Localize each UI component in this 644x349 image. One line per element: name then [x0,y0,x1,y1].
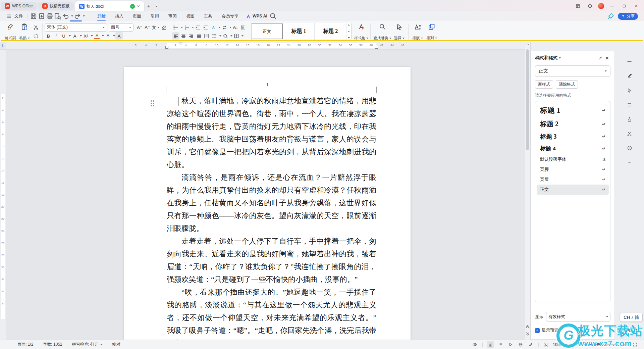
gallery-down-icon[interactable] [348,31,350,32]
superscript-button[interactable]: X² [82,32,90,40]
clear-format-button[interactable]: 清除格式 [556,80,578,89]
wps-ai-button[interactable]: WPS AI [246,14,267,19]
style-gallery-item[interactable]: 标题 2 [315,23,346,40]
bullet-dropdown[interactable] [181,27,183,28]
line-spacing-dropdown[interactable] [219,35,221,37]
tab-list-button[interactable] [152,3,160,10]
ribbon-tab[interactable]: 页面 [128,11,146,21]
decrease-indent-icon[interactable] [194,24,202,31]
select-tool-icon[interactable] [625,86,634,95]
more-tools-icon[interactable]: ⋯ [625,158,634,167]
line-spacing-icon[interactable] [211,32,218,40]
align-justify-icon[interactable] [195,32,203,40]
next-page-button[interactable] [525,332,530,336]
eye-protect-icon[interactable] [471,341,478,348]
panel-title-dropdown[interactable] [559,57,561,59]
style-item[interactable]: 正文 ↵ [537,185,609,195]
format-painter-button[interactable]: 格式刷 [3,22,17,41]
tab-docer-templates[interactable]: D 找稻壳模板 [38,2,74,10]
outline-view-icon[interactable] [497,341,504,348]
char-shading-button[interactable]: A [115,32,123,40]
decrease-font-icon[interactable]: A⁻ [144,24,151,31]
new-tab-button[interactable]: ＋ [145,3,152,10]
style-item[interactable]: 标题 1 ↵ [537,103,609,117]
left-indent-marker[interactable] [165,46,168,49]
font-color-dropdown[interactable] [102,35,104,37]
sort-icon[interactable]: A↓ [232,24,239,31]
scrollbar-thumb[interactable] [526,49,529,150]
align-left-icon[interactable] [172,32,179,40]
style-item[interactable]: 页脚 ↵ [537,164,609,174]
display-filter-select[interactable]: 有效样式 [546,312,610,322]
style-set-button[interactable]: 样式集 [354,22,368,41]
clear-format-icon[interactable] [160,24,168,31]
style-gallery-item[interactable]: 标题 1 [283,23,315,40]
ribbon-tab[interactable]: 会员专享 [217,11,243,21]
scroll-up-icon[interactable] [525,43,530,45]
distribute-icon[interactable] [203,32,210,40]
strikethrough-dropdown[interactable] [80,35,82,37]
style-gallery-item[interactable]: 正文 [251,23,283,40]
font-size-select[interactable]: 四号 [109,23,133,32]
paragraph[interactable]: 走着走着，远处一个人停下了自行车，手中撑着一把伞，匆匆向我走来。近看走来的是我的… [167,235,376,286]
skin-center-icon[interactable] [586,3,594,9]
help-icon[interactable] [625,144,634,152]
web-view-icon[interactable] [517,341,524,348]
zoom-slider[interactable] [580,344,619,345]
bullet-list-icon[interactable] [172,24,179,31]
beautify-brush-icon[interactable] [607,12,614,20]
show-preview-checkbox[interactable]: ✓ 显示预览 [535,328,558,333]
ime-indicator[interactable]: CH ♪ 简 [620,313,643,322]
zoom-level[interactable]: 105% [553,342,567,347]
borders-dropdown[interactable] [241,35,244,37]
fit-page-icon[interactable] [543,341,550,348]
pin-icon[interactable] [597,55,604,61]
bold-button[interactable]: B [45,32,52,40]
gallery-up-icon[interactable] [348,24,350,26]
numbered-dropdown[interactable] [192,27,194,28]
numbered-list-icon[interactable] [183,24,191,31]
align-center-icon[interactable] [180,32,187,40]
undo-dropdown[interactable] [71,15,73,17]
ribbon-tab[interactable]: 开始 [93,11,110,21]
proofread-button[interactable]: 校对 [112,342,120,347]
zoom-slider-handle[interactable] [597,343,600,346]
spellcheck-toggle[interactable]: 拼写检查: 打开 [72,342,103,347]
tools-icon[interactable] [625,115,634,123]
increase-indent-icon[interactable] [202,24,209,31]
paragraph[interactable]: “唉，看来那个插曲还挺大的。”她逗趣地一笑，一手揽住了我的胳膊，淡淡说道：“与其… [167,286,376,340]
layout-button[interactable]: 排版 [411,22,425,41]
maximize-window-icon[interactable] [620,3,629,9]
underline-button[interactable]: U [60,32,67,40]
document-canvas[interactable]: 1 秋天，落叶满地，冷寂的秋雨肆意地宣泄着它的情绪，用悲凉给这个喧器的世界调色。… [6,50,525,340]
zoom-in-icon[interactable]: ＋ [621,341,629,348]
quickbar-more-dropdown[interactable] [83,15,85,17]
tab-document[interactable]: W 秋天.docx ✓ ✕ [75,1,144,11]
cjk-layout-dropdown[interactable] [229,27,231,28]
copy-icon[interactable] [32,32,40,40]
print-icon[interactable] [46,12,53,20]
tab-wps-home[interactable]: W WPS Office [1,2,37,10]
align-right-icon[interactable] [187,32,195,40]
current-style-select[interactable]: 正文 [535,65,610,77]
tab-stop-selector[interactable]: L [0,42,6,49]
style-item[interactable]: 默认段落字体 a [537,154,609,164]
superscript-dropdown[interactable] [91,35,93,37]
close-panel-icon[interactable]: ✕ [604,55,610,61]
arrange-button[interactable]: 排列 [425,22,439,41]
file-menu-button[interactable]: 文件 [3,12,25,20]
paste-button[interactable]: 粘贴 [17,22,32,41]
italic-button[interactable]: I [52,32,60,40]
first-line-indent-marker[interactable] [179,43,182,45]
find-replace-button[interactable]: 查找替换 [373,22,392,41]
paragraph[interactable]: 滴滴答答，是雨在倾诉，还是心在流血？一片黯然浮于眼眸，为什么我用真挚付出的换来的… [167,171,376,235]
style-format-tool-icon[interactable] [625,71,634,80]
pinyin-guide-icon[interactable]: 文 [151,24,160,31]
vertical-ruler[interactable]: 24681012141618202224262830323436 [0,50,6,340]
text-effect-dropdown[interactable] [218,27,220,28]
ribbon-tab[interactable]: 工具 [199,11,217,21]
shading-dropdown[interactable] [230,35,232,37]
window-layout-icon[interactable] [574,3,582,9]
paragraph[interactable]: 秋天，落叶满地，冷寂的秋雨肆意地宣泄着它的情绪，用悲凉给这个喧器的世界调色。街巷… [167,95,376,171]
font-name-select[interactable]: 宋体 (正文) [45,23,107,32]
